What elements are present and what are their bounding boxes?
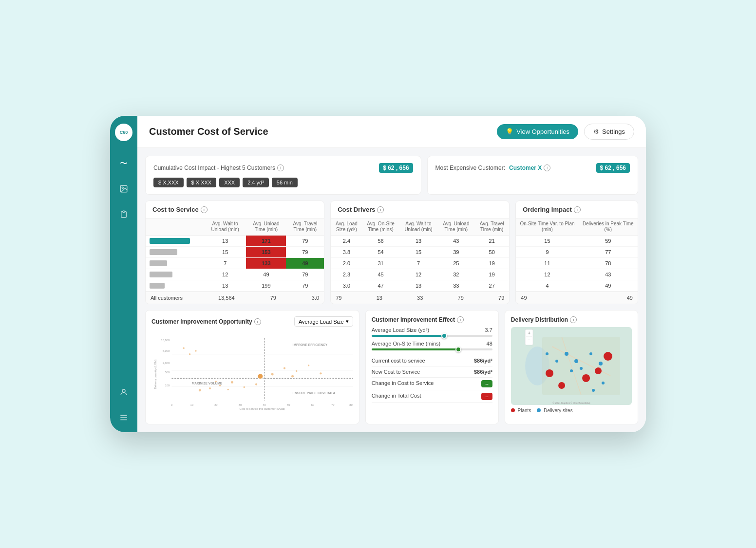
svg-text:70: 70 xyxy=(331,403,334,406)
new-cost-value: $86/yd³ xyxy=(474,369,492,375)
cumulative-cost-info-icon[interactable]: i xyxy=(277,164,284,171)
table-row: 1243 xyxy=(516,269,638,280)
svg-text:10,000: 10,000 xyxy=(161,339,170,342)
table-row: 15 153 79 xyxy=(146,247,324,258)
bottom-section: Customer Improvement Opportunity i Avera… xyxy=(145,310,638,424)
svg-point-46 xyxy=(258,373,264,379)
middle-section: Cost to Service i Avg. Wait to Unload (m… xyxy=(145,201,638,304)
cost-drivers-footer: 79 13 33 79 79 xyxy=(331,292,509,304)
svg-point-54 xyxy=(546,369,553,377)
svg-point-65 xyxy=(555,360,558,363)
svg-text:© 2021 Mapbox  © OpenStreetMap: © 2021 Mapbox © OpenStreetMap xyxy=(552,402,590,404)
pill-5: 56 min xyxy=(272,178,298,187)
cd-col5: Avg. Travel Time (min) xyxy=(474,219,509,236)
most-expensive-customer: Customer X xyxy=(509,164,542,171)
sidebar: C60 〜 xyxy=(110,116,137,432)
load-size-dropdown[interactable]: Average Load Size ▾ xyxy=(294,316,353,327)
avg-load-slider-row: Average Load Size (yd³) 3.7 xyxy=(372,327,492,337)
sidebar-item-user[interactable] xyxy=(117,385,131,399)
svg-point-59 xyxy=(565,352,568,356)
cd-col1: Avg. Load Size (yd³) xyxy=(331,219,362,236)
avg-onsite-slider-row: Average On-Site Time (mins) 48 xyxy=(372,341,492,350)
cd-col2: Avg. On-Site Time (mins) xyxy=(362,219,399,236)
most-expensive-info-icon[interactable]: i xyxy=(544,164,550,171)
pill-4: 2.4 yd³ xyxy=(243,178,269,187)
svg-text:500: 500 xyxy=(165,371,170,374)
svg-point-33 xyxy=(244,386,245,388)
settings-button[interactable]: ⚙ Settings xyxy=(584,124,634,140)
change-total-label: Change in Total Cost xyxy=(372,393,421,400)
improvement-opportunity-header: Customer Improvement Opportunity i Avera… xyxy=(151,316,353,327)
delivery-legend-dot xyxy=(537,408,541,412)
svg-point-40 xyxy=(308,365,309,366)
avg-load-label: Average Load Size (yd³) xyxy=(372,327,429,333)
distribution-info-icon[interactable]: i xyxy=(570,316,577,323)
device-wrapper: C60 〜 Customer Cost of Service 💡 View Op… xyxy=(110,116,646,432)
table-row: 2.456134321 xyxy=(331,236,509,247)
effect-info-icon[interactable]: i xyxy=(457,316,464,323)
avg-onsite-value: 48 xyxy=(487,341,492,347)
cumulative-cost-value: $ 62 , 656 xyxy=(379,163,413,173)
cumulative-cost-label: Cumulative Cost Impact - Highest 5 Custo… xyxy=(153,164,284,171)
metrics-row: Cumulative Cost Impact - Highest 5 Custo… xyxy=(145,156,638,195)
svg-point-61 xyxy=(589,352,592,355)
sidebar-item-image[interactable] xyxy=(117,182,131,196)
sidebar-item-clipboard[interactable] xyxy=(117,207,131,221)
plants-legend-dot xyxy=(511,408,515,412)
svg-point-68 xyxy=(546,352,548,355)
change-total-row: Change in Total Cost -- xyxy=(372,390,492,403)
delivery-distribution-header: Delivery Distribution i xyxy=(511,316,632,323)
col-travel: Avg. Travel Time (min) xyxy=(286,219,324,236)
pill-3: XXX xyxy=(219,178,240,187)
current-cost-row: Current cost to service $86/yd³ xyxy=(372,355,492,366)
svg-text:−: − xyxy=(528,337,530,343)
sidebar-item-wave[interactable]: 〜 xyxy=(117,157,131,170)
change-cost-label: Change in Cost to Service xyxy=(372,380,434,387)
avg-onsite-thumb[interactable] xyxy=(455,347,461,352)
page-title: Customer Cost of Service xyxy=(149,126,268,137)
svg-point-66 xyxy=(592,389,595,392)
ordering-footer: 49 49 xyxy=(516,292,638,304)
svg-point-55 xyxy=(582,374,590,382)
ordering-info-icon[interactable]: i xyxy=(574,206,581,213)
lightbulb-icon: 💡 xyxy=(506,128,513,135)
svg-point-31 xyxy=(219,385,221,386)
avg-onsite-label: Average On-Site Time (mins) xyxy=(372,341,441,347)
table-row: 2.03172519 xyxy=(331,258,509,269)
improvement-effect-card: Customer Improvement Effect i Average Lo… xyxy=(365,310,499,424)
svg-text:ENSURE PRICE COVERAGE: ENSURE PRICE COVERAGE xyxy=(293,391,337,395)
svg-point-2 xyxy=(122,389,125,392)
cost-to-service-header: Cost to Service i xyxy=(146,201,324,219)
view-opportunities-button[interactable]: 💡 View Opportunities xyxy=(497,124,578,139)
cost-drivers-card: Cost Drivers i Avg. Load Size (yd³) Avg.… xyxy=(330,201,510,304)
oi-col2: Deliveries in Peak Time (%) xyxy=(579,219,638,236)
svg-point-34 xyxy=(255,384,257,385)
ordering-table: On-Site Time Var. to Plan (min) Deliveri… xyxy=(516,219,638,292)
avg-load-thumb[interactable] xyxy=(441,333,447,339)
new-cost-label: New Cost to Service xyxy=(372,369,420,375)
sidebar-item-menu[interactable] xyxy=(117,411,131,424)
svg-text:20: 20 xyxy=(214,403,217,406)
svg-point-41 xyxy=(320,372,321,374)
cost-drivers-header: Cost Drivers i xyxy=(331,201,509,219)
svg-point-57 xyxy=(604,352,612,361)
avg-onsite-fill xyxy=(372,348,459,350)
svg-text:100: 100 xyxy=(165,384,170,387)
ordering-impact-header: Ordering Impact i xyxy=(516,201,638,219)
svg-point-56 xyxy=(558,382,565,389)
opportunity-info-icon[interactable]: i xyxy=(254,318,261,325)
map-container: + − © 2021 Mapbox © OpenStreetMap xyxy=(511,327,632,405)
svg-text:30: 30 xyxy=(239,403,242,406)
content: Cumulative Cost Impact - Highest 5 Custo… xyxy=(137,148,646,432)
most-expensive-value: $ 62 , 656 xyxy=(596,163,630,173)
table-row: 977 xyxy=(516,247,638,258)
table-row: 13 199 79 xyxy=(146,280,324,292)
most-expensive-card: Most Expensive Customer: Customer X i $ … xyxy=(427,156,638,195)
cost-drivers-info-icon[interactable]: i xyxy=(377,206,384,213)
map-legend: Plants Delivery sites xyxy=(511,408,632,413)
svg-point-42 xyxy=(291,375,294,378)
cost-drivers-table: Avg. Load Size (yd³) Avg. On-Site Time (… xyxy=(331,219,509,292)
cost-service-info-icon[interactable]: i xyxy=(201,206,208,213)
cost-service-table: Avg. Wait to Unload (min) Avg. Unload Ti… xyxy=(146,219,324,292)
svg-point-32 xyxy=(231,381,233,384)
